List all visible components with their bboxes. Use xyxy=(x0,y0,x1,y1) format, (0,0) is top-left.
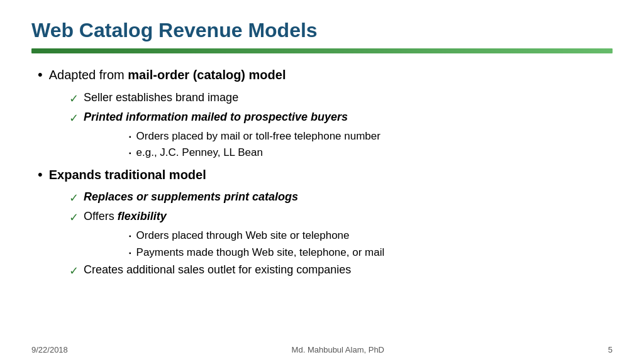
sub2-text-3: Orders placed through Web site or teleph… xyxy=(136,228,350,244)
sub1-text-2: Printed information mailed to prospectiv… xyxy=(84,109,348,126)
sub1-item-4: ✓ Offers flexibility xyxy=(69,208,613,226)
sub2-text-4: Payments made though Web site, telephone… xyxy=(136,244,385,261)
square-bullet-3: ▪ xyxy=(129,231,131,241)
bullet-1-bold: mail-order (catalog) model xyxy=(128,68,286,82)
sub2-text-2: e.g., J.C. Penney, LL Bean xyxy=(136,145,263,161)
content-area: • Adapted from mail-order (catalog) mode… xyxy=(31,66,613,280)
bullet-dot-2: • xyxy=(38,166,43,184)
sub1-item-2: ✓ Printed information mailed to prospect… xyxy=(69,109,613,127)
sub2-item-2: ▪ e.g., J.C. Penney, LL Bean xyxy=(129,145,613,161)
check-icon-3: ✓ xyxy=(69,190,79,207)
sub1-text-5: Creates additional sales outlet for exis… xyxy=(84,261,351,278)
sub1-item-3: ✓ Replaces or supplements print catalogs xyxy=(69,189,613,207)
sub1-item-5: ✓ Creates additional sales outlet for ex… xyxy=(69,261,613,280)
sub-level-1-group-2: ✓ Replaces or supplements print catalogs… xyxy=(69,189,613,280)
sub2-item-1: ▪ Orders placed by mail or toll-free tel… xyxy=(129,128,613,145)
slide-title: Web Catalog Revenue Models xyxy=(31,19,613,42)
bullet-dot-1: • xyxy=(38,66,43,84)
footer: 9/22/2018 Md. Mahbubul Alam, PhD 5 xyxy=(31,345,613,354)
sub-level-1-group-1: ✓ Seller establishes brand image ✓ Print… xyxy=(69,89,613,161)
sub-level-2-group-2: ▪ Orders placed through Web site or tele… xyxy=(129,228,613,260)
sub2-text-1: Orders placed by mail or toll-free telep… xyxy=(136,128,380,145)
sub1-text-4: Offers flexibility xyxy=(84,208,167,225)
accent-bar xyxy=(31,48,613,53)
square-bullet-4: ▪ xyxy=(129,248,131,258)
slide: Web Catalog Revenue Models • Adapted fro… xyxy=(0,0,644,362)
sub2-item-3: ▪ Orders placed through Web site or tele… xyxy=(129,228,613,244)
sub2-item-4: ▪ Payments made though Web site, telepho… xyxy=(129,244,613,261)
bullet-1: • Adapted from mail-order (catalog) mode… xyxy=(38,66,613,84)
check-icon-5: ✓ xyxy=(69,263,79,280)
bullet-2: • Expands traditional model xyxy=(38,166,613,184)
footer-author: Md. Mahbubul Alam, PhD xyxy=(292,345,384,354)
sub1-text-1: Seller establishes brand image xyxy=(84,89,238,106)
sub1-text-3: Replaces or supplements print catalogs xyxy=(84,189,298,206)
check-icon-2: ✓ xyxy=(69,110,79,127)
sub1-item-1: ✓ Seller establishes brand image xyxy=(69,89,613,107)
square-bullet-1: ▪ xyxy=(129,132,131,141)
check-icon-1: ✓ xyxy=(69,90,79,107)
bullet-1-text: Adapted from mail-order (catalog) model xyxy=(49,66,286,84)
bullet-2-text: Expands traditional model xyxy=(49,166,206,184)
sub-level-2-group-1: ▪ Orders placed by mail or toll-free tel… xyxy=(129,128,613,161)
square-bullet-2: ▪ xyxy=(129,148,131,158)
footer-page: 5 xyxy=(608,345,613,354)
flexibility-text: flexibility xyxy=(118,210,167,222)
check-icon-4: ✓ xyxy=(69,209,79,226)
footer-date: 9/22/2018 xyxy=(31,345,68,354)
